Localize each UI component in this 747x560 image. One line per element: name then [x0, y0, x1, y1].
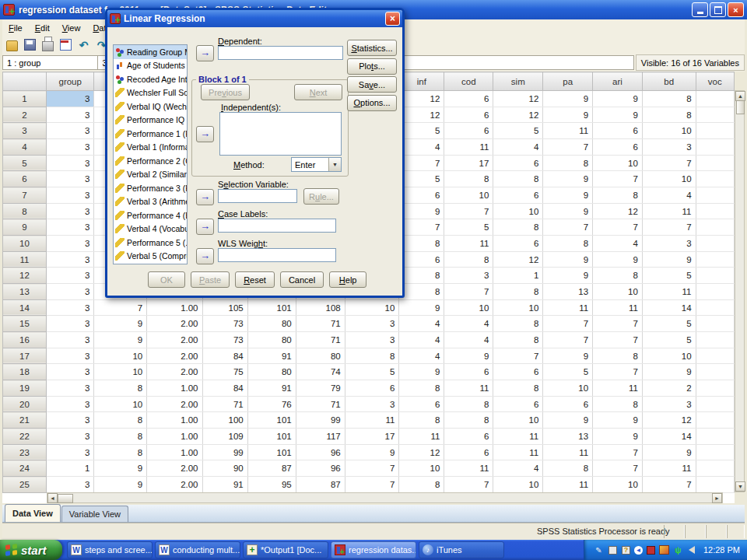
cell[interactable] — [696, 236, 734, 252]
cell[interactable] — [696, 477, 734, 493]
cell[interactable]: 8 — [543, 155, 593, 171]
method-dropdown[interactable]: Enter ▼ — [291, 157, 342, 172]
scroll-down-icon[interactable]: ▼ — [735, 481, 745, 492]
cell[interactable]: 8 — [399, 268, 444, 284]
row-header[interactable]: 23 — [3, 444, 47, 460]
cell[interactable]: 11 — [493, 444, 543, 460]
restore-button[interactable] — [710, 2, 726, 17]
row-header[interactable]: 11 — [3, 251, 47, 268]
variable-item[interactable]: Verbal IQ (Wechs... — [114, 100, 187, 114]
cell[interactable]: 9 — [399, 203, 444, 219]
wls-weight-field[interactable] — [218, 248, 336, 262]
minimize-button[interactable] — [692, 2, 708, 17]
cell[interactable]: 96 — [296, 460, 345, 477]
cell[interactable]: 9 — [642, 251, 696, 268]
dependent-arrow-button[interactable]: → — [196, 45, 214, 61]
cell[interactable]: 4 — [444, 316, 493, 332]
cell[interactable]: 5 — [642, 316, 696, 332]
cell[interactable]: 100 — [202, 412, 247, 429]
cell[interactable]: 9 — [593, 107, 643, 123]
cell[interactable] — [696, 299, 734, 316]
cell[interactable] — [696, 203, 734, 219]
cell[interactable]: 3 — [47, 299, 94, 316]
cell[interactable]: 3 — [47, 268, 94, 284]
cell[interactable]: 14 — [642, 429, 696, 445]
cell[interactable]: 3 — [47, 203, 94, 219]
column-header-sim[interactable]: sim — [493, 72, 543, 91]
open-file-icon[interactable] — [5, 39, 19, 51]
cell[interactable]: 1 — [47, 460, 94, 477]
cell[interactable] — [696, 316, 734, 332]
cell[interactable]: 3 — [47, 139, 94, 156]
cell[interactable]: 8 — [399, 236, 444, 252]
cell[interactable]: 96 — [296, 444, 345, 460]
tab-data-view[interactable]: Data View — [5, 504, 61, 522]
cell[interactable]: 8 — [593, 396, 643, 412]
menu-item-view[interactable]: View — [56, 22, 87, 34]
cell[interactable]: 4 — [399, 348, 444, 364]
cell[interactable]: 8 — [94, 429, 147, 445]
cell[interactable] — [696, 460, 734, 477]
cell[interactable]: 8 — [94, 380, 147, 397]
cell[interactable]: 3 — [642, 236, 696, 252]
task-button[interactable]: Wsteps and scree... — [67, 541, 153, 558]
cell[interactable]: 9 — [345, 444, 399, 460]
cell[interactable]: 79 — [296, 380, 345, 397]
cell[interactable]: 3 — [47, 171, 94, 187]
cell[interactable]: 3 — [47, 284, 94, 300]
cell[interactable]: 6 — [444, 364, 493, 380]
cell[interactable]: 8 — [642, 91, 696, 107]
cell[interactable]: 5 — [543, 364, 593, 380]
cell[interactable]: 1.00 — [147, 380, 202, 397]
cell[interactable]: 8 — [444, 171, 493, 187]
cell[interactable]: 3 — [47, 219, 94, 236]
cell[interactable] — [696, 412, 734, 429]
cell[interactable] — [696, 251, 734, 268]
column-header-voc[interactable]: voc — [696, 72, 734, 91]
cell[interactable]: 3 — [345, 396, 399, 412]
scroll-right-icon[interactable]: ► — [712, 493, 722, 503]
cell[interactable]: 6 — [543, 396, 593, 412]
menu-item-edit[interactable]: Edit — [29, 22, 56, 34]
cell[interactable]: 3 — [47, 236, 94, 252]
cell[interactable]: 6 — [444, 123, 493, 139]
cell[interactable]: 6 — [593, 139, 643, 156]
cell[interactable]: 10 — [642, 123, 696, 139]
cell[interactable]: 7 — [543, 332, 593, 348]
cell[interactable]: 8 — [493, 316, 543, 332]
cell[interactable]: 10 — [94, 364, 147, 380]
variable-item[interactable]: Age of Students i... — [114, 59, 187, 73]
cell[interactable]: 10 — [493, 203, 543, 219]
cell[interactable]: 7 — [593, 219, 643, 236]
cell[interactable]: 7 — [543, 139, 593, 156]
cell[interactable]: 4 — [399, 139, 444, 156]
display-icon[interactable] — [659, 545, 669, 555]
cell[interactable]: 74 — [296, 364, 345, 380]
recall-dialogs-icon[interactable] — [59, 39, 72, 51]
cell[interactable]: 73 — [202, 332, 247, 348]
cell[interactable] — [696, 396, 734, 412]
cell[interactable]: 9 — [543, 107, 593, 123]
case-labels-arrow-button[interactable]: → — [196, 219, 214, 235]
cell[interactable]: 7 — [345, 460, 399, 477]
task-button[interactable]: regression datas... — [331, 541, 416, 558]
cell[interactable]: 9 — [399, 364, 444, 380]
cell[interactable]: 2.00 — [147, 316, 202, 332]
row-header[interactable]: 17 — [3, 348, 47, 364]
cell[interactable]: 91 — [247, 348, 296, 364]
cell[interactable]: 8 — [399, 477, 444, 493]
cell[interactable]: 11 — [543, 444, 593, 460]
cell[interactable]: 9 — [399, 299, 444, 316]
cell[interactable]: 11 — [444, 460, 493, 477]
cell[interactable]: 9 — [543, 203, 593, 219]
cell[interactable]: 8 — [399, 284, 444, 300]
cell[interactable]: 6 — [444, 107, 493, 123]
cell[interactable]: 2.00 — [147, 332, 202, 348]
cell[interactable]: 99 — [296, 412, 345, 429]
save-button[interactable]: Save... — [347, 76, 397, 93]
cell[interactable] — [696, 364, 734, 380]
cell[interactable]: 11 — [543, 477, 593, 493]
cell[interactable]: 9 — [94, 460, 147, 477]
row-header[interactable]: 21 — [3, 412, 47, 429]
cell[interactable]: 12 — [493, 251, 543, 268]
